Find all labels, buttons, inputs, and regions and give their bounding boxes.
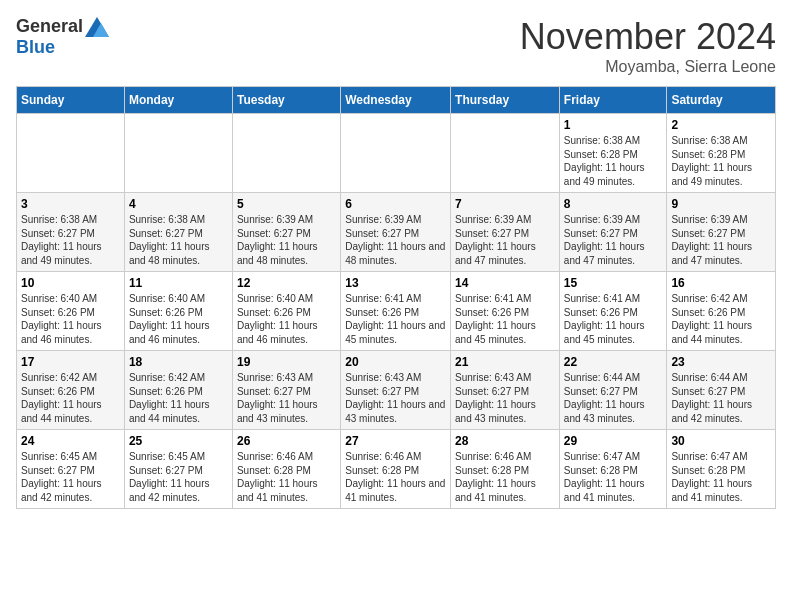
cell-day-number: 20 [345, 355, 446, 369]
logo-general-text: General [16, 16, 83, 37]
calendar-cell: 8Sunrise: 6:39 AM Sunset: 6:27 PM Daylig… [559, 193, 667, 272]
month-title: November 2024 [520, 16, 776, 58]
cell-info: Sunrise: 6:39 AM Sunset: 6:27 PM Dayligh… [564, 213, 663, 267]
calendar-cell: 10Sunrise: 6:40 AM Sunset: 6:26 PM Dayli… [17, 272, 125, 351]
day-header-monday: Monday [124, 87, 232, 114]
calendar-cell: 6Sunrise: 6:39 AM Sunset: 6:27 PM Daylig… [341, 193, 451, 272]
logo: General Blue [16, 16, 109, 58]
logo-icon [85, 17, 109, 37]
cell-day-number: 3 [21, 197, 120, 211]
cell-day-number: 18 [129, 355, 228, 369]
cell-day-number: 16 [671, 276, 771, 290]
day-header-saturday: Saturday [667, 87, 776, 114]
cell-info: Sunrise: 6:39 AM Sunset: 6:27 PM Dayligh… [671, 213, 771, 267]
cell-day-number: 2 [671, 118, 771, 132]
calendar-cell: 7Sunrise: 6:39 AM Sunset: 6:27 PM Daylig… [451, 193, 560, 272]
cell-day-number: 10 [21, 276, 120, 290]
calendar-cell [451, 114, 560, 193]
cell-info: Sunrise: 6:38 AM Sunset: 6:27 PM Dayligh… [129, 213, 228, 267]
calendar-cell: 11Sunrise: 6:40 AM Sunset: 6:26 PM Dayli… [124, 272, 232, 351]
calendar-cell: 4Sunrise: 6:38 AM Sunset: 6:27 PM Daylig… [124, 193, 232, 272]
day-header-friday: Friday [559, 87, 667, 114]
cell-info: Sunrise: 6:38 AM Sunset: 6:28 PM Dayligh… [671, 134, 771, 188]
calendar-cell: 30Sunrise: 6:47 AM Sunset: 6:28 PM Dayli… [667, 430, 776, 509]
cell-info: Sunrise: 6:45 AM Sunset: 6:27 PM Dayligh… [129, 450, 228, 504]
day-header-sunday: Sunday [17, 87, 125, 114]
logo-blue-text: Blue [16, 37, 55, 58]
calendar-cell: 13Sunrise: 6:41 AM Sunset: 6:26 PM Dayli… [341, 272, 451, 351]
calendar-cell: 17Sunrise: 6:42 AM Sunset: 6:26 PM Dayli… [17, 351, 125, 430]
cell-day-number: 23 [671, 355, 771, 369]
calendar-cell: 19Sunrise: 6:43 AM Sunset: 6:27 PM Dayli… [232, 351, 340, 430]
day-header-wednesday: Wednesday [341, 87, 451, 114]
cell-day-number: 5 [237, 197, 336, 211]
cell-info: Sunrise: 6:47 AM Sunset: 6:28 PM Dayligh… [564, 450, 663, 504]
cell-info: Sunrise: 6:38 AM Sunset: 6:28 PM Dayligh… [564, 134, 663, 188]
calendar-cell: 18Sunrise: 6:42 AM Sunset: 6:26 PM Dayli… [124, 351, 232, 430]
cell-day-number: 8 [564, 197, 663, 211]
cell-day-number: 9 [671, 197, 771, 211]
cell-day-number: 25 [129, 434, 228, 448]
calendar-cell: 23Sunrise: 6:44 AM Sunset: 6:27 PM Dayli… [667, 351, 776, 430]
calendar-cell: 24Sunrise: 6:45 AM Sunset: 6:27 PM Dayli… [17, 430, 125, 509]
cell-day-number: 26 [237, 434, 336, 448]
page-header: General Blue November 2024 Moyamba, Sier… [16, 16, 776, 76]
title-block: November 2024 Moyamba, Sierra Leone [520, 16, 776, 76]
cell-day-number: 24 [21, 434, 120, 448]
cell-day-number: 12 [237, 276, 336, 290]
cell-day-number: 21 [455, 355, 555, 369]
cell-info: Sunrise: 6:46 AM Sunset: 6:28 PM Dayligh… [237, 450, 336, 504]
calendar-cell: 28Sunrise: 6:46 AM Sunset: 6:28 PM Dayli… [451, 430, 560, 509]
location-title: Moyamba, Sierra Leone [520, 58, 776, 76]
calendar-cell: 3Sunrise: 6:38 AM Sunset: 6:27 PM Daylig… [17, 193, 125, 272]
cell-info: Sunrise: 6:42 AM Sunset: 6:26 PM Dayligh… [129, 371, 228, 425]
cell-info: Sunrise: 6:44 AM Sunset: 6:27 PM Dayligh… [671, 371, 771, 425]
calendar-cell: 5Sunrise: 6:39 AM Sunset: 6:27 PM Daylig… [232, 193, 340, 272]
cell-day-number: 14 [455, 276, 555, 290]
day-header-thursday: Thursday [451, 87, 560, 114]
cell-info: Sunrise: 6:39 AM Sunset: 6:27 PM Dayligh… [237, 213, 336, 267]
cell-day-number: 28 [455, 434, 555, 448]
calendar-cell: 25Sunrise: 6:45 AM Sunset: 6:27 PM Dayli… [124, 430, 232, 509]
calendar-cell: 21Sunrise: 6:43 AM Sunset: 6:27 PM Dayli… [451, 351, 560, 430]
cell-day-number: 4 [129, 197, 228, 211]
cell-info: Sunrise: 6:46 AM Sunset: 6:28 PM Dayligh… [455, 450, 555, 504]
calendar-cell: 1Sunrise: 6:38 AM Sunset: 6:28 PM Daylig… [559, 114, 667, 193]
calendar-table: SundayMondayTuesdayWednesdayThursdayFrid… [16, 86, 776, 509]
cell-info: Sunrise: 6:43 AM Sunset: 6:27 PM Dayligh… [455, 371, 555, 425]
cell-day-number: 19 [237, 355, 336, 369]
cell-info: Sunrise: 6:38 AM Sunset: 6:27 PM Dayligh… [21, 213, 120, 267]
cell-day-number: 17 [21, 355, 120, 369]
calendar-cell: 22Sunrise: 6:44 AM Sunset: 6:27 PM Dayli… [559, 351, 667, 430]
calendar-cell: 16Sunrise: 6:42 AM Sunset: 6:26 PM Dayli… [667, 272, 776, 351]
calendar-cell [124, 114, 232, 193]
calendar-cell [232, 114, 340, 193]
cell-info: Sunrise: 6:46 AM Sunset: 6:28 PM Dayligh… [345, 450, 446, 504]
cell-info: Sunrise: 6:42 AM Sunset: 6:26 PM Dayligh… [21, 371, 120, 425]
cell-day-number: 15 [564, 276, 663, 290]
cell-info: Sunrise: 6:43 AM Sunset: 6:27 PM Dayligh… [237, 371, 336, 425]
cell-day-number: 7 [455, 197, 555, 211]
cell-info: Sunrise: 6:41 AM Sunset: 6:26 PM Dayligh… [345, 292, 446, 346]
calendar-cell: 12Sunrise: 6:40 AM Sunset: 6:26 PM Dayli… [232, 272, 340, 351]
cell-info: Sunrise: 6:40 AM Sunset: 6:26 PM Dayligh… [129, 292, 228, 346]
cell-info: Sunrise: 6:39 AM Sunset: 6:27 PM Dayligh… [345, 213, 446, 267]
cell-info: Sunrise: 6:40 AM Sunset: 6:26 PM Dayligh… [21, 292, 120, 346]
cell-day-number: 1 [564, 118, 663, 132]
calendar-cell: 26Sunrise: 6:46 AM Sunset: 6:28 PM Dayli… [232, 430, 340, 509]
calendar-cell [341, 114, 451, 193]
day-header-tuesday: Tuesday [232, 87, 340, 114]
cell-day-number: 22 [564, 355, 663, 369]
cell-info: Sunrise: 6:45 AM Sunset: 6:27 PM Dayligh… [21, 450, 120, 504]
cell-day-number: 13 [345, 276, 446, 290]
calendar-cell [17, 114, 125, 193]
cell-day-number: 6 [345, 197, 446, 211]
cell-info: Sunrise: 6:42 AM Sunset: 6:26 PM Dayligh… [671, 292, 771, 346]
cell-day-number: 27 [345, 434, 446, 448]
cell-info: Sunrise: 6:47 AM Sunset: 6:28 PM Dayligh… [671, 450, 771, 504]
cell-info: Sunrise: 6:39 AM Sunset: 6:27 PM Dayligh… [455, 213, 555, 267]
cell-info: Sunrise: 6:40 AM Sunset: 6:26 PM Dayligh… [237, 292, 336, 346]
cell-info: Sunrise: 6:43 AM Sunset: 6:27 PM Dayligh… [345, 371, 446, 425]
calendar-cell: 2Sunrise: 6:38 AM Sunset: 6:28 PM Daylig… [667, 114, 776, 193]
cell-day-number: 29 [564, 434, 663, 448]
